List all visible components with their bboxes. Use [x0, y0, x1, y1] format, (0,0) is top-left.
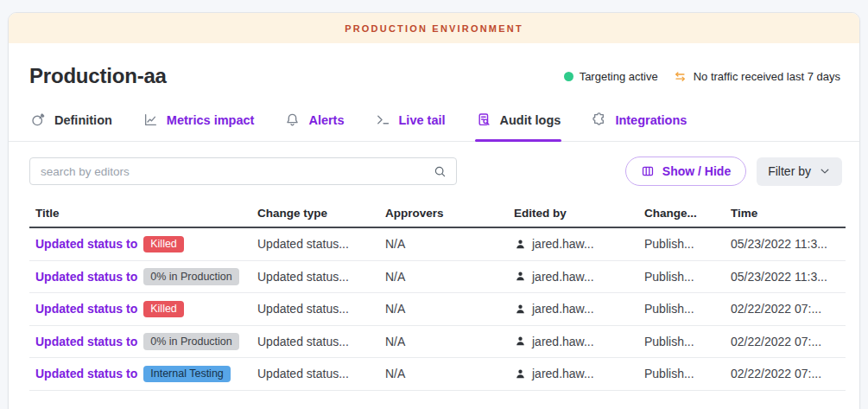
edited-by-name: jared.haw...	[532, 335, 594, 348]
cell-time: 02/22/2022 07:...	[731, 367, 846, 380]
status-badge: 0% in Production	[143, 268, 239, 285]
cell-approvers: N/A	[385, 335, 514, 348]
table-row[interactable]: Updated status toKilledUpdated status...…	[29, 228, 846, 261]
chevron-down-icon	[819, 165, 831, 177]
column-header-time: Time	[731, 207, 846, 220]
cell-change: Publish...	[644, 367, 731, 380]
banner-label: PRODUCTION ENVIRONMENT	[345, 23, 523, 34]
traffic-arrows-icon	[673, 69, 687, 84]
tab-alerts[interactable]: Alerts	[283, 100, 345, 141]
production-environment-banner: PRODUCTION ENVIRONMENT	[9, 13, 859, 43]
cell-change: Publish...	[644, 335, 731, 348]
row-title-link[interactable]: Updated status to	[35, 367, 137, 380]
tab-bar: DefinitionMetrics impactAlertsLive tailA…	[9, 100, 859, 142]
filter-by-button[interactable]: Filter by	[757, 157, 842, 186]
toolbar-right: Show / Hide Filter by	[625, 157, 842, 186]
traffic-status: No traffic received last 7 days	[673, 69, 840, 84]
audit-logs-icon	[476, 112, 492, 128]
cell-change: Publish...	[644, 270, 731, 284]
cell-time: 02/22/2022 07:...	[731, 335, 846, 348]
edited-by-name: jared.haw...	[532, 367, 594, 380]
table-row[interactable]: Updated status toKilledUpdated status...…	[29, 293, 846, 326]
search-icon	[433, 164, 447, 179]
cell-change-type: Updated status...	[257, 335, 385, 348]
cell-edited-by: jared.haw...	[514, 237, 644, 251]
status-badge: 0% in Production	[143, 333, 239, 350]
cell-change-type: Updated status...	[257, 237, 385, 251]
row-title-link[interactable]: Updated status to	[35, 270, 137, 284]
table-body: Updated status toKilledUpdated status...…	[29, 228, 846, 391]
cell-change-type: Updated status...	[257, 270, 385, 284]
green-dot-icon	[564, 72, 573, 81]
person-icon	[514, 238, 527, 251]
tab-label: Alerts	[308, 113, 344, 127]
toolbar: Show / Hide Filter by	[9, 142, 859, 197]
tab-live-tail[interactable]: Live tail	[374, 100, 447, 141]
cell-change: Publish...	[644, 237, 731, 251]
cell-change-type: Updated status...	[257, 367, 385, 380]
cell-edited-by: jared.haw...	[514, 270, 644, 284]
edited-by-name: jared.haw...	[532, 270, 594, 284]
integrations-puzzle-icon	[591, 112, 607, 128]
status-group: Targeting active No traffic received las…	[564, 69, 840, 84]
tab-label: Live tail	[399, 113, 446, 127]
environment-card: PRODUCTION ENVIRONMENT Production-aa Tar…	[8, 12, 860, 409]
cell-time: 05/23/2022 11:3...	[731, 270, 846, 284]
table-row[interactable]: Updated status to0% in ProductionUpdated…	[29, 261, 846, 294]
row-title-link[interactable]: Updated status to	[35, 335, 137, 348]
live-tail-terminal-icon	[375, 112, 391, 128]
cell-edited-by: jared.haw...	[514, 335, 644, 348]
column-header-change-type: Change type	[257, 207, 385, 220]
cell-edited-by: jared.haw...	[514, 302, 644, 316]
definition-target-icon	[30, 112, 47, 128]
show-hide-label: Show / Hide	[662, 164, 731, 178]
cell-approvers: N/A	[385, 237, 514, 251]
edited-by-name: jared.haw...	[532, 302, 594, 316]
status-badge: Internal Testing	[143, 366, 231, 383]
tab-integrations[interactable]: Integrations	[590, 100, 687, 141]
cell-change-type: Updated status...	[257, 302, 385, 316]
cell-edited-by: jared.haw...	[514, 367, 644, 380]
alerts-bell-icon	[284, 112, 301, 128]
cell-approvers: N/A	[385, 270, 514, 284]
tab-metrics-impact[interactable]: Metrics impact	[142, 100, 256, 141]
column-header-change: Change...	[644, 207, 731, 220]
page-title: Production-aa	[29, 64, 167, 88]
cell-change: Publish...	[644, 302, 731, 316]
traffic-status-label: No traffic received last 7 days	[694, 70, 840, 83]
status-badge: Killed	[143, 301, 184, 318]
search-box[interactable]	[29, 157, 457, 185]
status-badge: Killed	[143, 236, 184, 253]
person-icon	[514, 367, 527, 380]
tab-definition[interactable]: Definition	[29, 100, 113, 141]
table-header-row: TitleChange typeApproversEdited byChange…	[29, 200, 846, 228]
tab-label: Audit logs	[500, 113, 561, 127]
search-input[interactable]	[41, 165, 433, 178]
tab-label: Metrics impact	[167, 113, 255, 127]
column-header-edited-by: Edited by	[514, 207, 644, 220]
table-row[interactable]: Updated status to0% in ProductionUpdated…	[29, 326, 846, 359]
columns-icon	[641, 164, 655, 178]
tab-label: Definition	[54, 113, 112, 127]
cell-approvers: N/A	[385, 302, 514, 316]
person-icon	[514, 303, 527, 316]
show-hide-button[interactable]: Show / Hide	[625, 157, 746, 186]
filter-by-label: Filter by	[768, 164, 811, 178]
edited-by-name: jared.haw...	[532, 237, 594, 251]
metrics-chart-icon	[143, 112, 159, 128]
cell-time: 05/23/2022 11:3...	[731, 237, 846, 251]
row-title-link[interactable]: Updated status to	[35, 302, 137, 316]
person-icon	[514, 270, 527, 283]
row-title-link[interactable]: Updated status to	[35, 237, 137, 251]
targeting-status-label: Targeting active	[580, 70, 658, 83]
table-row[interactable]: Updated status toInternal TestingUpdated…	[29, 358, 846, 391]
cell-time: 02/22/2022 07:...	[731, 302, 846, 316]
column-header-approvers: Approvers	[385, 207, 514, 220]
tab-label: Integrations	[615, 113, 687, 127]
page-header: Production-aa Targeting active No traffi…	[9, 43, 859, 88]
column-header-title: Title	[35, 207, 257, 220]
audit-log-table: TitleChange typeApproversEdited byChange…	[29, 200, 846, 391]
cell-approvers: N/A	[385, 367, 514, 380]
tab-audit-logs[interactable]: Audit logs	[475, 100, 562, 141]
person-icon	[514, 335, 527, 348]
